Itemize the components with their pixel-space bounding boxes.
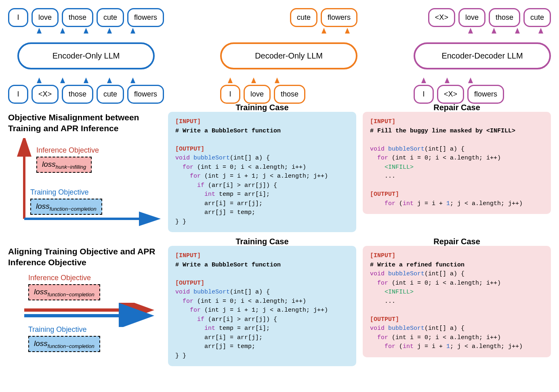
arrow-up-icon	[37, 78, 42, 83]
llm-body: Encoder-Only LLM	[17, 42, 155, 69]
token: cute	[97, 85, 124, 104]
token: those	[489, 8, 520, 27]
alignment-chart: Inference Objective lossfunction−complet…	[8, 271, 162, 364]
token: those	[62, 8, 93, 27]
input-comment: # Write a BubbleSort function	[175, 261, 349, 270]
inference-objective-label: Inference Objective	[36, 146, 99, 155]
arrow-up-icon	[322, 28, 326, 34]
token: <X>	[32, 85, 59, 104]
output-tokens: I love those cute flowers	[8, 8, 164, 27]
arrow-up-icon	[468, 78, 473, 83]
repair-case-title: Repair Case	[433, 103, 480, 112]
inference-loss-box: losshunk−infilling	[36, 157, 92, 173]
input-comment: # Write a BubbleSort function	[175, 127, 349, 136]
inference-loss-box: lossfunction−completion	[28, 284, 100, 301]
code-block: void bubbleSort(int[] a) { for (int i = …	[370, 145, 544, 181]
token: those	[62, 85, 93, 104]
training-case-title: Training Case	[235, 237, 288, 246]
output-tokens: <X> love those cute	[414, 8, 551, 27]
token: cute	[290, 8, 317, 27]
input-tokens: I <X> those cute flowers	[8, 85, 164, 104]
code-output: for (int j = i + 1; j < a.length; j++)	[370, 199, 544, 209]
misalignment-chart: Inference Objective losshunk−infilling T…	[8, 138, 162, 227]
llm-body: Decoder-Only LLM	[220, 42, 357, 69]
inference-objective-label: Inference Objective	[28, 274, 91, 282]
arrow-up-icon	[228, 78, 233, 83]
token: love	[458, 8, 485, 27]
arrow-up-icon	[538, 28, 543, 34]
token: flowers	[127, 85, 164, 104]
llm-body: Encoder-Decoder LLM	[414, 42, 551, 69]
token: <X>	[428, 8, 455, 27]
token: those	[274, 85, 305, 104]
training-loss-box: lossfunction−completion	[30, 199, 102, 215]
token: love	[244, 85, 271, 104]
token: flowers	[467, 85, 504, 104]
input-label: [INPUT]	[175, 117, 349, 127]
token: <X>	[437, 85, 464, 104]
output-label: [OUTPUT]	[175, 145, 349, 154]
input-label: [INPUT]	[175, 252, 349, 261]
repair-case-title: Repair Case	[433, 237, 480, 246]
encoder-only-llm: I love those cute flowers Encoder-Only L…	[8, 8, 164, 104]
arrow-up-icon	[445, 78, 450, 83]
arrow-up-icon	[275, 78, 280, 83]
arrow-up-icon	[107, 78, 112, 83]
arrow-up-icon	[37, 28, 42, 34]
arrow-up-icon	[130, 78, 135, 83]
input-tokens: I love those	[220, 85, 357, 104]
arrow-up-icon	[60, 28, 65, 34]
llm-architectures: I love those cute flowers Encoder-Only L…	[8, 8, 551, 104]
encoder-decoder-llm: <X> love those cute Encoder-Decoder LLM …	[414, 8, 551, 104]
token: cute	[97, 8, 124, 27]
arrow-up-icon	[84, 78, 88, 83]
arrow-up-icon	[130, 28, 135, 34]
arrow-up-icon	[107, 28, 112, 34]
output-label: [OUTPUT]	[175, 279, 349, 288]
arrow-up-icon	[421, 78, 426, 83]
code-output: void bubbleSort(int[] a) { for (int i = …	[370, 324, 544, 352]
token: I	[414, 85, 434, 104]
training-loss-box: lossfunction−completion	[28, 336, 100, 352]
training-objective-label: Training Objective	[30, 188, 88, 197]
code-block: void bubbleSort(int[] a) { for (int i = …	[175, 288, 349, 361]
training-case-panel-2: [INPUT] # Write a BubbleSort function [O…	[168, 246, 356, 366]
token: I	[220, 85, 240, 104]
misalignment-row: Objective Misalignment between Training …	[8, 112, 551, 232]
arrow-up-icon	[515, 28, 520, 34]
arrow-up-icon	[345, 28, 350, 34]
token: cute	[523, 8, 551, 27]
token: flowers	[127, 8, 164, 27]
code-block: void bubbleSort(int[] a) { for (int i = …	[370, 270, 544, 306]
output-tokens: cute flowers	[220, 8, 357, 27]
input-comment: # Write a refined function	[370, 261, 544, 270]
output-label: [OUTPUT]	[370, 315, 544, 325]
input-label: [INPUT]	[370, 117, 544, 127]
input-label: [INPUT]	[370, 252, 544, 261]
input-comment: # Fill the buggy line masked by <INFILL>	[370, 127, 544, 136]
input-tokens: I <X> flowers	[414, 85, 551, 104]
arrow-up-icon	[468, 28, 473, 34]
code-block: void bubbleSort(int[] a) { for (int i = …	[175, 154, 349, 226]
alignment-title: Aligning Training Objective and APR Infe…	[8, 246, 162, 268]
arrow-up-icon	[492, 28, 496, 34]
repair-case-panel-2: [INPUT] # Write a refined function void …	[363, 246, 551, 357]
alignment-row: Aligning Training Objective and APR Infe…	[8, 246, 551, 366]
repair-case-panel: [INPUT] # Fill the buggy line masked by …	[363, 112, 551, 214]
arrow-up-icon	[84, 28, 88, 34]
output-label: [OUTPUT]	[370, 190, 544, 199]
decoder-only-llm: cute flowers Decoder-Only LLM I love tho…	[220, 8, 357, 104]
arrow-up-icon	[60, 78, 65, 83]
training-objective-label: Training Objective	[28, 325, 86, 334]
misalignment-title: Objective Misalignment between Training …	[8, 112, 162, 134]
training-case-panel: [INPUT] # Write a BubbleSort function [O…	[168, 112, 356, 232]
arrow-up-icon	[251, 78, 256, 83]
training-case-title: Training Case	[235, 103, 288, 112]
token: flowers	[321, 8, 357, 27]
token: I	[8, 85, 28, 104]
token: love	[32, 8, 59, 27]
token: I	[8, 8, 28, 27]
